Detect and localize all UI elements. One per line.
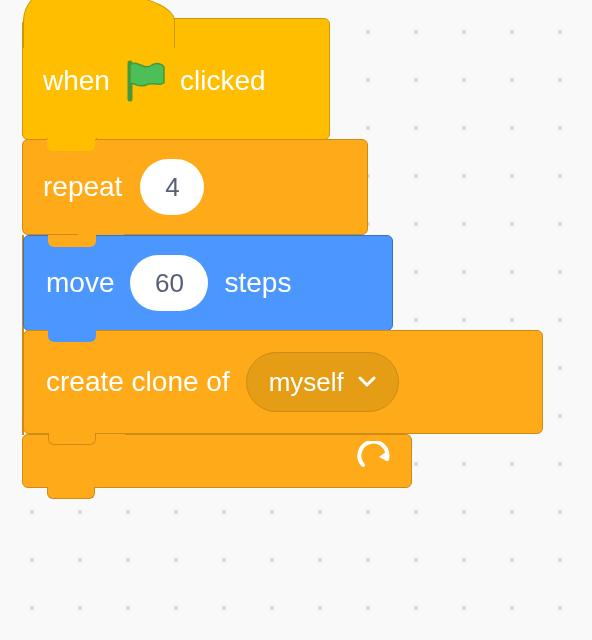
block-notch [47, 139, 95, 151]
block-stack[interactable]: when clicked repeat 4 move [22, 18, 412, 488]
repeat-block-header[interactable]: repeat 4 [22, 139, 368, 235]
move-steps-input[interactable]: 60 [130, 255, 208, 311]
block-notch [48, 235, 96, 247]
block-notch [47, 487, 95, 499]
hat-suffix-text: clicked [180, 65, 266, 97]
green-flag-icon [124, 59, 166, 103]
repeat-label: repeat [43, 171, 122, 203]
loop-arrow-icon [357, 441, 397, 479]
repeat-count-input[interactable]: 4 [140, 159, 204, 215]
move-suffix: steps [224, 267, 291, 299]
dropdown-value: myself [269, 367, 344, 398]
block-notch [48, 330, 96, 342]
repeat-inner-slot[interactable]: move 60 steps create clone of myself [24, 235, 543, 435]
move-prefix: move [46, 267, 114, 299]
create-clone-block[interactable]: create clone of myself [23, 330, 543, 434]
move-steps-block[interactable]: move 60 steps [23, 235, 393, 331]
when-flag-clicked-block[interactable]: when clicked [22, 18, 330, 140]
chevron-down-icon [358, 376, 376, 388]
hat-prefix-text: when [43, 65, 110, 97]
clone-target-dropdown[interactable]: myself [246, 352, 399, 412]
repeat-block[interactable]: repeat 4 move 60 steps create clone of [22, 139, 412, 488]
block-notch [48, 433, 96, 445]
clone-label: create clone of [46, 366, 230, 398]
